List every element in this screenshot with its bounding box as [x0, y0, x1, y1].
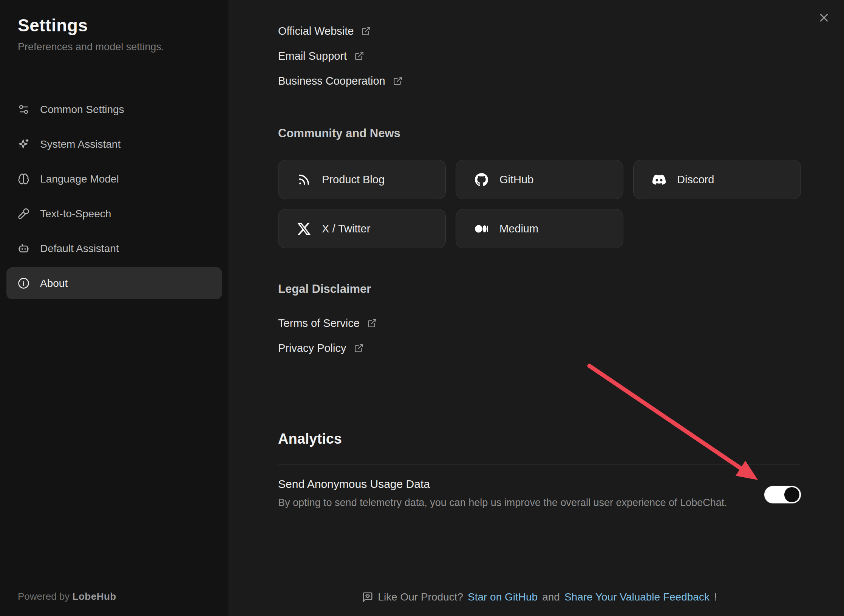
- section-divider: [278, 263, 801, 263]
- usage-data-texts: Send Anonymous Usage Data By opting to s…: [278, 477, 727, 509]
- brain-icon: [18, 173, 29, 185]
- sidebar-item-about[interactable]: About: [6, 267, 222, 299]
- github-icon: [475, 173, 488, 186]
- settings-sidebar: Settings Preferences and model settings.…: [0, 0, 229, 616]
- page-subtitle: Preferences and model settings.: [6, 40, 222, 54]
- close-icon[interactable]: [818, 11, 830, 24]
- link-label: Email Support: [278, 50, 347, 62]
- official-website-link[interactable]: Official Website: [278, 19, 371, 43]
- button-label: Medium: [499, 223, 538, 235]
- rss-icon: [297, 173, 311, 186]
- terms-of-service-link[interactable]: Terms of Service: [278, 311, 377, 336]
- mic-icon: [18, 208, 29, 220]
- footer-text: Like Our Product?: [378, 591, 463, 603]
- link-label: Terms of Service: [278, 317, 360, 330]
- usage-data-toggle[interactable]: [764, 486, 801, 503]
- email-support-link[interactable]: Email Support: [278, 43, 364, 68]
- contact-us-heading: Contact Us: [278, 0, 801, 3]
- usage-data-setting-row: Send Anonymous Usage Data By opting to s…: [278, 477, 801, 509]
- product-blog-button[interactable]: Product Blog: [278, 160, 446, 199]
- footer-text: !: [714, 591, 717, 603]
- powered-by: Powered by LobeHub: [18, 591, 116, 602]
- button-label: X / Twitter: [322, 223, 370, 235]
- message-heart-icon: [362, 591, 373, 603]
- page-title: Settings: [6, 15, 222, 36]
- legal-links: Terms of Service Privacy Policy: [278, 311, 801, 361]
- bot-icon: [18, 243, 29, 254]
- sidebar-item-language-model[interactable]: Language Model: [6, 163, 222, 195]
- section-divider: [278, 464, 801, 464]
- link-label: Business Cooperation: [278, 75, 385, 87]
- sliders-icon: [18, 104, 29, 115]
- medium-icon: [475, 222, 488, 235]
- external-link-icon: [354, 51, 364, 61]
- lobehub-brand: LobeHub: [73, 591, 116, 602]
- button-label: Discord: [677, 173, 714, 186]
- external-link-icon: [393, 76, 403, 86]
- info-icon: [18, 277, 29, 289]
- external-link-icon: [367, 318, 377, 328]
- community-buttons: Product Blog GitHub Discord X / Twitter …: [278, 160, 801, 248]
- star-on-github-link[interactable]: Star on GitHub: [468, 591, 538, 603]
- x-twitter-button[interactable]: X / Twitter: [278, 209, 446, 248]
- sidebar-item-system-assistant[interactable]: System Assistant: [6, 128, 222, 160]
- share-feedback-link[interactable]: Share Your Valuable Feedback: [564, 591, 710, 603]
- sidebar-item-common-settings[interactable]: Common Settings: [6, 93, 222, 125]
- external-link-icon: [361, 26, 371, 36]
- sidebar-item-default-assistant[interactable]: Default Assistant: [6, 232, 222, 265]
- github-button[interactable]: GitHub: [456, 160, 623, 199]
- legal-disclaimer-heading: Legal Disclaimer: [278, 282, 801, 296]
- product-footer: Like Our Product? Star on GitHub and Sha…: [278, 591, 801, 603]
- toggle-knob: [784, 487, 799, 502]
- discord-button[interactable]: Discord: [633, 160, 801, 199]
- privacy-policy-link[interactable]: Privacy Policy: [278, 336, 364, 361]
- usage-data-title: Send Anonymous Usage Data: [278, 477, 727, 491]
- business-cooperation-link[interactable]: Business Cooperation: [278, 68, 403, 93]
- section-divider: [278, 109, 801, 109]
- button-label: GitHub: [499, 173, 533, 186]
- contact-links: Official Website Email Support Business …: [278, 19, 801, 93]
- sparkles-icon: [18, 138, 29, 150]
- sidebar-item-label: System Assistant: [40, 138, 121, 150]
- link-label: Privacy Policy: [278, 342, 346, 354]
- sidebar-item-label: Language Model: [40, 173, 119, 185]
- button-label: Product Blog: [322, 173, 385, 186]
- powered-by-text: Powered by: [18, 591, 70, 602]
- footer-text: and: [542, 591, 560, 603]
- external-link-icon: [354, 343, 364, 353]
- sidebar-item-label: Text-to-Speech: [40, 208, 111, 220]
- sidebar-item-label: Common Settings: [40, 104, 124, 116]
- community-heading: Community and News: [278, 126, 801, 141]
- sidebar-item-label: About: [40, 277, 68, 289]
- medium-button[interactable]: Medium: [456, 209, 623, 248]
- sidebar-item-label: Default Assistant: [40, 243, 119, 255]
- sidebar-item-text-to-speech[interactable]: Text-to-Speech: [6, 198, 222, 230]
- x-twitter-icon: [297, 222, 311, 235]
- usage-data-description: By opting to send telemetry data, you ca…: [278, 496, 727, 509]
- analytics-heading: Analytics: [278, 430, 801, 447]
- link-label: Official Website: [278, 25, 354, 37]
- discord-icon: [652, 173, 666, 186]
- settings-nav: Common Settings System Assistant Languag…: [6, 93, 222, 299]
- about-panel: Contact Us Official Website Email Suppor…: [229, 0, 844, 616]
